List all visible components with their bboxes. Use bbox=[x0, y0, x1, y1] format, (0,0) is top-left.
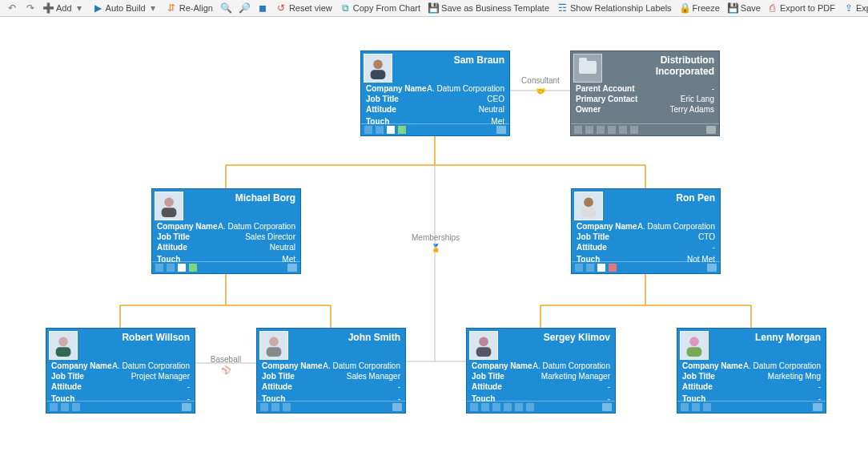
toolbar: ↶ ↷ ➕Add▾ ▶Auto Build▾ ⇵Re-Align 🔍 🔎 ◼ ↺… bbox=[0, 0, 868, 17]
lock-icon: 🔒 bbox=[680, 3, 690, 14]
folder-icon bbox=[573, 54, 602, 83]
card-distribution[interactable]: Distribution Incorporated Parent Account… bbox=[570, 50, 720, 136]
zoom-out-button[interactable]: 🔎 bbox=[236, 3, 253, 14]
card-title: Sergey Klimov bbox=[500, 329, 615, 343]
avatar bbox=[574, 192, 603, 220]
save-template-icon: 💾 bbox=[428, 3, 439, 14]
zoom-in-icon: 🔍 bbox=[221, 3, 231, 14]
hierarchy-icon: ⇵ bbox=[167, 3, 177, 14]
rel-label-consultant: Consultant 🤝 bbox=[521, 76, 560, 96]
redo-button[interactable]: ↷ bbox=[22, 3, 38, 14]
handshake-icon: 🤝 bbox=[536, 87, 545, 96]
svg-point-12 bbox=[689, 337, 699, 347]
auto-build-button[interactable]: ▶Auto Build▾ bbox=[90, 0, 162, 16]
zoom-out-icon: 🔎 bbox=[239, 3, 250, 14]
vcard-icon[interactable] bbox=[287, 264, 297, 272]
card-sergey-klimov[interactable]: Sergey Klimov Company NameJob TitleAttit… bbox=[466, 328, 616, 414]
card-lenny-morgan[interactable]: Lenny Morgan Company NameJob TitleAttitu… bbox=[677, 328, 826, 414]
badge-icon: 🏅 bbox=[431, 244, 440, 253]
vcard-icon[interactable] bbox=[706, 126, 716, 134]
realign-button[interactable]: ⇵Re-Align bbox=[163, 0, 216, 16]
svg-point-6 bbox=[58, 337, 68, 347]
avatar bbox=[364, 54, 392, 83]
reset-icon: ↺ bbox=[276, 3, 287, 14]
rel-label-memberships: Memberships 🏅 bbox=[412, 233, 460, 253]
save-button[interactable]: 💾Save bbox=[725, 0, 764, 16]
export-button[interactable]: ⇪Export bbox=[840, 0, 868, 16]
avatar bbox=[469, 331, 498, 360]
card-title: Sam Braun bbox=[395, 51, 509, 66]
vcard-icon[interactable] bbox=[496, 126, 506, 134]
card-title: Michael Borg bbox=[186, 189, 300, 204]
card-sam-braun[interactable]: Sam Braun Company Name Job Title Attitud… bbox=[360, 50, 510, 136]
disk-icon: 💾 bbox=[728, 3, 738, 14]
vcard-icon[interactable] bbox=[602, 403, 612, 411]
avatar bbox=[259, 331, 288, 360]
card-title: Ron Pen bbox=[605, 189, 720, 204]
svg-point-4 bbox=[584, 198, 593, 208]
card-footer bbox=[361, 123, 509, 135]
card-ron-pen[interactable]: Ron Pen Company NameJob TitleAttitude A.… bbox=[571, 188, 721, 274]
plus-icon: ➕ bbox=[43, 3, 54, 14]
card-title: Lenny Morgan bbox=[711, 329, 826, 343]
add-button[interactable]: ➕Add▾ bbox=[40, 0, 88, 16]
card-michael-borg[interactable]: Michael Borg Company NameJob TitleAttitu… bbox=[151, 188, 301, 274]
svg-rect-7 bbox=[56, 347, 71, 357]
svg-point-2 bbox=[164, 198, 174, 208]
zoom-in-button[interactable]: 🔍 bbox=[218, 3, 235, 14]
play-icon: ▶ bbox=[93, 3, 103, 14]
svg-rect-5 bbox=[581, 208, 597, 217]
redo-icon: ↷ bbox=[25, 3, 35, 14]
card-robert-willson[interactable]: Robert Willson Company NameJob TitleAtti… bbox=[46, 328, 195, 414]
card-title: John Smith bbox=[291, 329, 405, 343]
undo-button[interactable]: ↶ bbox=[3, 3, 20, 14]
fit-screen-icon: ◼ bbox=[258, 3, 268, 14]
svg-rect-13 bbox=[687, 347, 702, 357]
copy-from-chart-button[interactable]: ⧉Copy From Chart bbox=[337, 0, 424, 16]
svg-point-8 bbox=[269, 337, 279, 347]
card-title: Distribution Incorporated bbox=[605, 51, 719, 77]
baseball-icon: ⚾ bbox=[221, 365, 231, 375]
save-template-button[interactable]: 💾Save as Business Template bbox=[425, 0, 553, 16]
undo-icon: ↶ bbox=[6, 3, 17, 14]
chevron-down-icon: ▾ bbox=[74, 3, 85, 14]
fit-button[interactable]: ◼ bbox=[255, 3, 271, 14]
svg-point-10 bbox=[479, 337, 488, 347]
copy-icon: ⧉ bbox=[340, 3, 351, 14]
svg-rect-1 bbox=[371, 70, 386, 79]
export-pdf-button[interactable]: ⎙Export to PDF bbox=[764, 0, 838, 16]
svg-rect-3 bbox=[162, 208, 177, 217]
vcard-icon[interactable] bbox=[392, 403, 402, 411]
export-icon: ⇪ bbox=[843, 3, 854, 14]
vcard-icon[interactable] bbox=[707, 264, 717, 272]
card-footer bbox=[571, 123, 719, 135]
reset-view-button[interactable]: ↺Reset view bbox=[273, 0, 336, 16]
svg-rect-9 bbox=[267, 347, 282, 357]
freeze-button[interactable]: 🔒Freeze bbox=[677, 0, 723, 16]
pdf-icon: ⎙ bbox=[767, 3, 778, 14]
relation-icon: ☶ bbox=[557, 3, 568, 14]
vcard-icon[interactable] bbox=[813, 403, 822, 411]
chevron-down-icon: ▾ bbox=[148, 3, 159, 14]
rel-label-baseball: Baseball ⚾ bbox=[211, 355, 241, 375]
svg-rect-11 bbox=[476, 347, 492, 357]
org-chart-canvas[interactable]: Consultant 🤝 Memberships 🏅 Baseball ⚾ Sa… bbox=[0, 17, 868, 464]
show-rel-labels-button[interactable]: ☶Show Relationship Labels bbox=[554, 0, 675, 16]
svg-point-0 bbox=[373, 60, 383, 70]
vcard-icon[interactable] bbox=[182, 403, 191, 411]
avatar bbox=[155, 192, 183, 220]
card-john-smith[interactable]: John Smith Company NameJob TitleAttitude… bbox=[256, 328, 406, 414]
avatar bbox=[49, 331, 78, 360]
card-title: Robert Willson bbox=[80, 329, 195, 343]
avatar bbox=[680, 331, 709, 360]
